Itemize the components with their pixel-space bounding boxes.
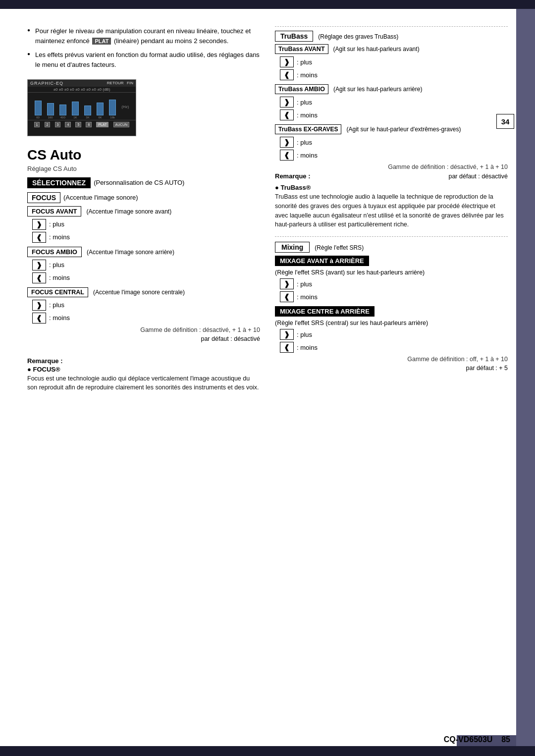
- eq-nav-buttons: RETOUR FIN: [107, 81, 133, 85]
- trubass-avant-box: TruBass AVANT: [275, 44, 328, 54]
- right-column: TruBass (Réglage des graves TruBass) Tru…: [275, 26, 508, 392]
- selectionnez-desc: (Personnalisation de CS AUTO): [94, 179, 184, 186]
- trubass-ex-plus-row: ❱ : plus: [280, 137, 508, 148]
- plus-label-2: : plus: [49, 261, 64, 269]
- arrow-left-mx1-icon[interactable]: ❰: [280, 291, 294, 302]
- page-badge: 34: [496, 114, 514, 129]
- trubass-ex-box: TruBass EX-GRAVES: [275, 124, 341, 134]
- focus-avant-desc: (Accentue l'image sonore avant): [86, 208, 171, 215]
- trubass-ambio-desc: (Agit sur les haut-parleurs arrière): [333, 86, 422, 93]
- par-defaut-focus: par défaut : désactivé: [27, 335, 260, 342]
- trubass-desc: (Réglage des graves TruBass): [318, 33, 398, 40]
- focus-desc: (Accentue l'image sonore): [63, 194, 138, 201]
- moins-label: : moins: [49, 233, 70, 241]
- focus-bullet: ● FOCUS®: [27, 366, 260, 373]
- remarque-title-left: Remarque :: [27, 357, 260, 365]
- moins-label-tb3: : moins: [297, 152, 318, 159]
- moins-label-tb2: : moins: [297, 111, 318, 119]
- arrow-right-2-icon[interactable]: ❱: [32, 260, 46, 270]
- trubass-bullet: ● TruBass®: [275, 184, 508, 191]
- arrow-left-tb2-icon[interactable]: ❰: [280, 109, 294, 120]
- footer: CQ-VD6503U 85: [444, 735, 510, 744]
- focus-avant-moins-row: ❰ : moins: [32, 232, 260, 243]
- mixing-desc: (Règle l'effet SRS): [315, 244, 364, 251]
- trubass-avant-row: TruBass AVANT (Agit sur les haut-parleur…: [275, 44, 508, 54]
- moins-label-tb1: : moins: [297, 71, 318, 79]
- gamme-trubass: Gamme de définition : désactivé, + 1 à +…: [275, 163, 508, 170]
- mixage-centre-label: MIXAGE CENTRE à ARRIÈRE: [275, 306, 508, 319]
- main-content: Pour régler le niveau de manipulation co…: [0, 9, 535, 422]
- focus-box: FOCUS: [27, 192, 60, 203]
- trubass-avant-desc: (Agit sur les haut-parleurs avant): [333, 46, 420, 53]
- focus-central-moins-row: ❰ : moins: [32, 313, 260, 324]
- mixing-divider: [275, 236, 508, 237]
- arrow-right-tb1-icon[interactable]: ❱: [280, 56, 294, 67]
- remarque-section: Remarque : ● FOCUS® Focus est une techno…: [27, 357, 260, 393]
- bullet-1: Pour régler le niveau de manipulation co…: [27, 26, 260, 46]
- trubass-ex-row: TruBass EX-GRAVES (Agit sur le haut-parl…: [275, 124, 508, 134]
- gamme-focus: Gamme de définition : désactivé, + 1 à +…: [27, 326, 260, 333]
- par-defaut-mixing: par défaut : + 5: [275, 365, 508, 372]
- focus-ambio-box: FOCUS AMBIO: [27, 247, 82, 257]
- focus-avant-box: FOCUS AVANT: [27, 206, 81, 216]
- trubass-remark-section: ● TruBass® TruBass est une technologie a…: [275, 184, 508, 229]
- arrow-left-icon[interactable]: ❰: [32, 232, 46, 243]
- top-bar: [0, 0, 535, 9]
- par-defaut-trubass: par défaut : désactivé: [448, 173, 508, 180]
- left-column: Pour régler le niveau de manipulation co…: [27, 26, 260, 392]
- plus-label-3: : plus: [49, 301, 64, 309]
- focus-avant-row: FOCUS AVANT (Accentue l'image sonore ava…: [27, 206, 260, 216]
- trubass-avant-plus-row: ❱ : plus: [280, 56, 508, 67]
- plus-label-tb2: : plus: [297, 99, 312, 106]
- plus-label-mx1: : plus: [297, 280, 312, 288]
- eq-title: GRAPHIC-EQ: [30, 81, 63, 86]
- selectionnez-box: SÉLECTIONNEZ: [27, 177, 91, 188]
- arrow-right-mx1-icon[interactable]: ❱: [280, 278, 294, 289]
- remarque-title-right: Remarque :: [275, 172, 311, 180]
- selectionnez-row: SÉLECTIONNEZ (Personnalisation de CS AUT…: [27, 177, 260, 188]
- arrow-right-icon[interactable]: ❱: [32, 219, 46, 230]
- moins-label-2: : moins: [49, 274, 70, 281]
- mixage-avant-label: MIXAGE AVANT à ARRIÈRE: [275, 256, 508, 268]
- arrow-left-2-icon[interactable]: ❰: [32, 272, 46, 283]
- mixage-centre-moins-row: ❰ : moins: [280, 342, 508, 353]
- arrow-left-tb3-icon[interactable]: ❰: [280, 150, 294, 161]
- arrow-right-3-icon[interactable]: ❱: [32, 300, 46, 311]
- trubass-ambio-row: TruBass AMBIO (Agit sur les haut-parleur…: [275, 84, 508, 94]
- model-name: CQ-VD6503U: [444, 735, 493, 744]
- arrow-right-tb2-icon[interactable]: ❱: [280, 97, 294, 108]
- arrow-right-tb3-icon[interactable]: ❱: [280, 137, 294, 148]
- mixage-avant-desc: (Règle l'effet SRS (avant) sur les haut-…: [275, 269, 508, 276]
- focus-central-plus-row: ❱ : plus: [32, 300, 260, 311]
- trubass-ambio-moins-row: ❰ : moins: [280, 109, 508, 120]
- mixage-centre-desc: (Règle l'effet SRS (central) sur les hau…: [275, 320, 508, 326]
- mixing-box: Mixing: [275, 242, 310, 253]
- plus-label: : plus: [49, 220, 64, 228]
- mixage-avant-moins-row: ❰ : moins: [280, 291, 508, 302]
- focus-central-row: FOCUS CENTRAL (Accentue l'image sonore c…: [27, 287, 260, 297]
- mixage-centre-plus-row: ❱ : plus: [280, 329, 508, 340]
- arrow-left-tb1-icon[interactable]: ❰: [280, 69, 294, 80]
- focus-ambio-moins-row: ❰ : moins: [32, 272, 260, 283]
- focus-central-box: FOCUS CENTRAL: [27, 287, 88, 297]
- mixage-avant-box: MIXAGE AVANT à ARRIÈRE: [275, 256, 369, 266]
- eq-preset-buttons: 1 2 3 4 5 6 PLAT AUCUN: [28, 120, 136, 129]
- arrow-left-3-icon[interactable]: ❰: [32, 313, 46, 324]
- section-subtitle: Réglage CS Auto: [27, 165, 260, 172]
- right-accent-bar: [516, 9, 535, 746]
- focus-row: FOCUS (Accentue l'image sonore): [27, 192, 260, 203]
- moins-label-3: : moins: [49, 314, 70, 322]
- graphic-eq-image: GRAPHIC-EQ RETOUR FIN ±0 ±0 ±0 ±0 ±0 ±0 …: [27, 79, 136, 136]
- trubass-ambio-plus-row: ❱ : plus: [280, 97, 508, 108]
- arrow-left-mx2-icon[interactable]: ❰: [280, 342, 294, 353]
- plus-label-tb1: : plus: [297, 58, 312, 66]
- focus-ambio-desc: (Accentue l'image sonore arrière): [87, 249, 174, 256]
- arrow-right-mx2-icon[interactable]: ❱: [280, 329, 294, 340]
- mixage-centre-box: MIXAGE CENTRE à ARRIÈRE: [275, 306, 374, 317]
- trubass-row: TruBass (Réglage des graves TruBass): [275, 31, 508, 42]
- eq-scale: ±0 ±0 ±0 ±0 ±0 ±0 ±0 ±0 ±0 (dB): [28, 87, 136, 93]
- mixage-avant-plus-row: ❱ : plus: [280, 278, 508, 289]
- trubass-avant-moins-row: ❰ : moins: [280, 69, 508, 80]
- gamme-mixing: Gamme de définition : off, + 1 à + 10: [275, 356, 508, 363]
- focus-ambio-plus-row: ❱ : plus: [32, 260, 260, 270]
